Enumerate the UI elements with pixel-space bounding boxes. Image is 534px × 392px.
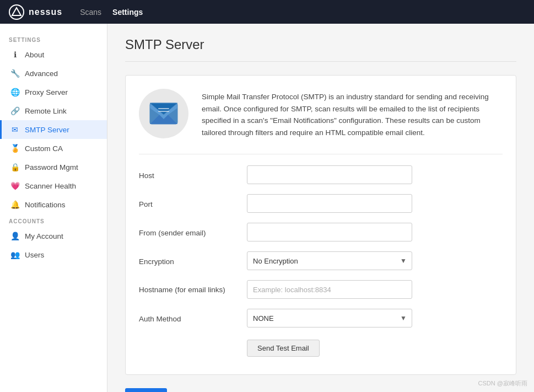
sidebar-item-custom-ca-label: Custom CA (25, 144, 63, 153)
nav-scans[interactable]: Scans (80, 6, 101, 19)
users-icon: 👥 (10, 250, 19, 259)
sidebar-item-scanner[interactable]: 💗 Scanner Health (0, 176, 107, 195)
form-section: Host Port From (sender email) Encryption (139, 154, 503, 357)
encryption-row: Encryption No Encryption SSL TLS ▼ (139, 251, 503, 270)
sidebar-item-about-label: About (25, 51, 44, 59)
sidebar-item-notifications-label: Notifications (25, 201, 66, 209)
encryption-select[interactable]: No Encryption SSL TLS (247, 251, 412, 270)
watermark: CSDN @寂峰听雨 (478, 379, 527, 388)
from-label: From (sender email) (139, 228, 238, 237)
description-block: Simple Mail Transfer Protocol (SMTP) is … (139, 89, 503, 138)
svg-rect-7 (158, 111, 169, 112)
auth-method-label: Auth Method (139, 314, 238, 323)
advanced-icon: 🔧 (10, 69, 19, 78)
sidebar-item-users[interactable]: 👥 Users (0, 245, 107, 264)
sidebar-item-password-label: Password Mgmt (25, 163, 78, 171)
port-label: Port (139, 199, 238, 208)
save-button[interactable]: Save (125, 388, 167, 392)
about-icon: ℹ (10, 50, 19, 59)
content-area: SMTP Server Simple Mail Transf (107, 24, 534, 392)
notifications-icon: 🔔 (10, 200, 19, 209)
host-row: Host (139, 165, 503, 184)
encryption-label: Encryption (139, 256, 238, 266)
topnav: nessus Scans Settings (0, 0, 534, 24)
sidebar-item-about[interactable]: ℹ About (0, 45, 107, 64)
sidebar-item-remote[interactable]: 🔗 Remote Link (0, 101, 107, 120)
proxy-icon: 🌐 (10, 88, 19, 96)
logo-text: nessus (29, 7, 62, 17)
logo-icon (9, 4, 24, 20)
sidebar-item-proxy[interactable]: 🌐 Proxy Server (0, 83, 107, 101)
sidebar: SETTINGS ℹ About 🔧 Advanced 🌐 Proxy Serv… (0, 24, 107, 392)
sidebar-item-users-label: Users (25, 251, 44, 259)
remote-icon: 🔗 (10, 106, 19, 115)
hostname-input[interactable] (247, 280, 412, 299)
port-input[interactable] (247, 194, 412, 213)
sidebar-item-notifications[interactable]: 🔔 Notifications (0, 195, 107, 214)
send-test-email-button[interactable]: Send Test Email (247, 340, 320, 357)
footer-buttons: Save Cancel (125, 388, 516, 392)
sidebar-item-myaccount[interactable]: 👤 My Account (0, 227, 107, 245)
sidebar-item-remote-label: Remote Link (25, 107, 67, 115)
page-title: SMTP Server (125, 37, 516, 62)
description-text: Simple Mail Transfer Protocol (SMTP) is … (202, 89, 503, 138)
hostname-row: Hostname (for email links) (139, 280, 503, 299)
nav-links: Scans Settings (80, 6, 143, 19)
main-card: Simple Mail Transfer Protocol (SMTP) is … (125, 75, 516, 375)
sidebar-item-scanner-label: Scanner Health (25, 182, 76, 190)
accounts-section-label: ACCOUNTS (0, 214, 107, 227)
custom-ca-icon: 🏅 (10, 144, 19, 153)
settings-section-label: SETTINGS (0, 33, 107, 45)
sidebar-item-password[interactable]: 🔒 Password Mgmt (0, 158, 107, 176)
auth-select-wrapper: NONE LOGIN PLAIN CRAM-MD5 DIGEST-MD5 ▼ (247, 309, 412, 327)
email-icon (149, 103, 178, 125)
myaccount-icon: 👤 (10, 232, 19, 240)
email-icon-wrapper (139, 89, 188, 138)
sidebar-item-advanced-label: Advanced (25, 69, 58, 78)
svg-rect-6 (158, 108, 169, 109)
host-input[interactable] (247, 165, 412, 184)
smtp-icon: ✉ (10, 125, 19, 134)
scanner-icon: 💗 (10, 181, 19, 190)
auth-method-select[interactable]: NONE LOGIN PLAIN CRAM-MD5 DIGEST-MD5 (247, 309, 412, 327)
nav-settings[interactable]: Settings (112, 6, 143, 19)
host-label: Host (139, 170, 238, 180)
hostname-label: Hostname (for email links) (139, 284, 238, 296)
auth-method-row: Auth Method NONE LOGIN PLAIN CRAM-MD5 DI… (139, 309, 503, 327)
svg-marker-0 (12, 8, 21, 15)
password-icon: 🔒 (10, 163, 19, 171)
cancel-button[interactable]: Cancel (176, 388, 204, 392)
sidebar-item-proxy-label: Proxy Server (25, 88, 68, 96)
main-layout: SETTINGS ℹ About 🔧 Advanced 🌐 Proxy Serv… (0, 24, 534, 392)
from-row: From (sender email) (139, 223, 503, 241)
sidebar-item-smtp-label: SMTP Server (25, 126, 69, 134)
encryption-select-wrapper: No Encryption SSL TLS ▼ (247, 251, 412, 270)
port-row: Port (139, 194, 503, 213)
sidebar-item-custom-ca[interactable]: 🏅 Custom CA (0, 139, 107, 158)
logo: nessus (9, 4, 62, 20)
sidebar-item-myaccount-label: My Account (25, 232, 63, 240)
sidebar-item-smtp[interactable]: ✉ SMTP Server (0, 120, 107, 139)
from-input[interactable] (247, 223, 412, 241)
sidebar-item-advanced[interactable]: 🔧 Advanced (0, 64, 107, 83)
